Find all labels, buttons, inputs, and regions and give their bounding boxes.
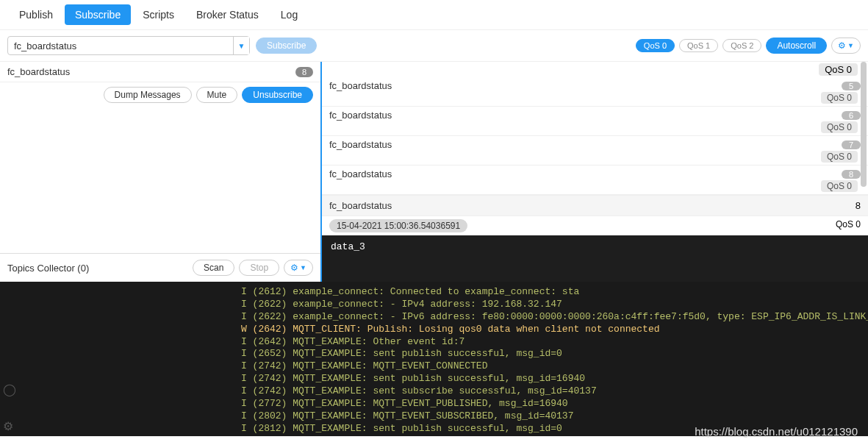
stop-button[interactable]: Stop: [239, 260, 279, 276]
message-row[interactable]: fc_boardstatus6 QoS 0: [322, 107, 868, 136]
message-topic: fc_boardstatus: [329, 80, 392, 91]
detail-topic: fc_boardstatus: [329, 200, 392, 211]
detail-timestamp: 15-04-2021 15:00:36.54036591: [329, 219, 467, 232]
topics-collector: Topics Collector (0) Scan Stop ⚙ ▼: [0, 253, 320, 282]
tab-subscribe[interactable]: Subscribe: [65, 4, 131, 25]
dump-messages-button[interactable]: Dump Messages: [104, 87, 192, 103]
subscription-actions: Dump Messages Mute Unsubscribe: [0, 82, 320, 107]
message-qos: QoS 0: [819, 63, 858, 76]
topic-input-wrap: ▼: [7, 36, 250, 55]
right-controls: QoS 0 QoS 1 QoS 2 Autoscroll ⚙ ▼: [636, 38, 861, 54]
message-qos: QoS 0: [821, 92, 858, 104]
qos-1-button[interactable]: QoS 1: [679, 39, 718, 52]
message-qos: QoS 0: [821, 151, 858, 163]
detail-qos: QoS 0: [836, 219, 861, 232]
message-list[interactable]: fc_boardstatus5 QoS 0 fc_boardstatus6 Qo…: [322, 77, 868, 195]
subscribe-bar: ▼ Subscribe QoS 0 QoS 1 QoS 2 Autoscroll…: [0, 30, 868, 61]
messages-panel: QoS 0 fc_boardstatus5 QoS 0 fc_boardstat…: [322, 62, 868, 282]
message-qos: QoS 0: [821, 180, 858, 192]
message-number-badge: 8: [842, 170, 861, 179]
terminal-output[interactable]: I (2612) example_connect: Connected to e…: [0, 282, 868, 436]
autoscroll-button[interactable]: Autoscroll: [766, 38, 827, 54]
topic-input[interactable]: [8, 40, 233, 51]
settings-button[interactable]: ⚙ ▼: [831, 38, 861, 54]
gear-icon: ⚙: [838, 40, 846, 51]
subscriptions-panel: fc_boardstatus 8 Dump Messages Mute Unsu…: [0, 62, 322, 282]
chevron-down-icon: ▼: [238, 42, 245, 50]
qos-0-button[interactable]: QoS 0: [636, 39, 675, 52]
message-number-badge: 7: [842, 140, 861, 149]
subscription-row[interactable]: fc_boardstatus 8: [0, 62, 320, 82]
subscription-count-badge: 8: [295, 67, 313, 77]
message-detail-header: fc_boardstatus 8: [322, 195, 868, 216]
message-detail-meta: 15-04-2021 15:00:36.54036591 QoS 0: [322, 216, 868, 235]
qos-2-button[interactable]: QoS 2: [722, 39, 761, 52]
gear-icon: ⚙: [3, 419, 13, 433]
chevron-down-icon: ▼: [300, 264, 306, 271]
scan-button[interactable]: Scan: [193, 260, 234, 276]
message-topic: fc_boardstatus: [329, 110, 392, 121]
message-qos: QoS 0: [821, 121, 858, 133]
watermark: https://blog.csdn.net/u012121390: [695, 425, 858, 438]
message-number-badge: 5: [842, 82, 861, 90]
message-number-badge: 6: [842, 111, 861, 120]
collector-settings-button[interactable]: ⚙ ▼: [284, 260, 313, 276]
subscription-topic-name: fc_boardstatus: [7, 66, 70, 77]
detail-number: 8: [856, 200, 861, 211]
message-topic: fc_boardstatus: [329, 139, 392, 150]
gear-icon: ⚙: [290, 263, 298, 273]
message-topic: fc_boardstatus: [329, 168, 392, 179]
message-row[interactable]: fc_boardstatus5 QoS 0: [322, 77, 868, 107]
topics-collector-label: Topics Collector (0): [7, 263, 188, 274]
topic-dropdown-button[interactable]: ▼: [233, 37, 249, 54]
tab-publish[interactable]: Publish: [9, 4, 63, 25]
top-tabs: Publish Subscribe Scripts Broker Status …: [0, 0, 868, 30]
message-row[interactable]: fc_boardstatus7 QoS 0: [322, 136, 868, 165]
subscribe-button[interactable]: Subscribe: [256, 38, 317, 54]
unsubscribe-button[interactable]: Unsubscribe: [242, 87, 313, 103]
tab-scripts[interactable]: Scripts: [132, 4, 184, 25]
chevron-down-icon: ▼: [847, 42, 854, 49]
message-row[interactable]: fc_boardstatus8 QoS 0: [322, 165, 868, 195]
scrollbar[interactable]: [861, 62, 867, 187]
message-detail-body: data_3: [322, 235, 868, 282]
mute-button[interactable]: Mute: [196, 87, 238, 103]
main-area: fc_boardstatus 8 Dump Messages Mute Unsu…: [0, 61, 868, 282]
tab-broker-status[interactable]: Broker Status: [186, 4, 269, 25]
tab-log[interactable]: Log: [270, 4, 308, 25]
gauge-icon: ◯: [3, 382, 16, 396]
